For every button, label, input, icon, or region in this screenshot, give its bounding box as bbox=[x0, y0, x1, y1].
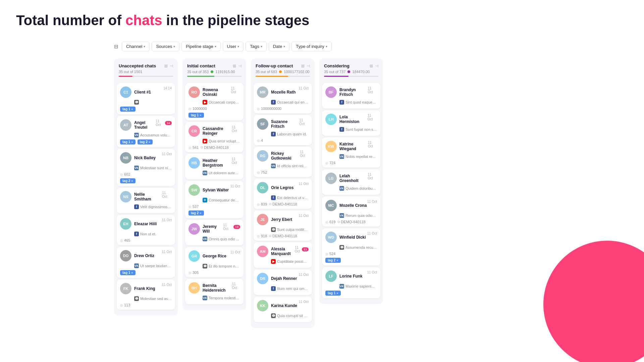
avatar: NB bbox=[120, 152, 131, 164]
num-icon: ◎ bbox=[189, 146, 192, 149]
card-sw[interactable]: SW Sylvan Walter 11 Oct ✈ Consequatur de… bbox=[185, 181, 244, 218]
card-name: Bernita Heidenreich bbox=[203, 283, 232, 293]
card-ol[interactable]: OL Orie Legros 11 Oct f Est delectus ut … bbox=[254, 179, 312, 209]
progress-bar bbox=[187, 76, 241, 77]
card-preview: Molestiae sed asperior... bbox=[140, 297, 172, 301]
grid-icon[interactable]: ⊞ bbox=[370, 64, 373, 68]
card-je[interactable]: JE Jerry Ebert 11 Oct 💬 Sunt culpa molli… bbox=[254, 210, 312, 241]
card-lf[interactable]: LF Lorine Funk 11 Oct VK Maxime sapiente… bbox=[322, 267, 380, 298]
source-icon: f bbox=[339, 100, 344, 105]
card-source-row: f Laborum quam id. bbox=[271, 132, 309, 136]
columns-container: Unaccepted chats ⊞ ⊣ 35 out of 1501 C1 C… bbox=[0, 59, 644, 328]
filter-btn-user[interactable]: User▾ bbox=[223, 42, 244, 51]
card-label: ⧉DEMO-840118 bbox=[337, 220, 365, 224]
card-nb[interactable]: NB Nick Bailey 11 Oct VK Molestiae sunt … bbox=[117, 149, 175, 186]
card-preview: Sunt culpa mollitia no... bbox=[277, 228, 309, 232]
card-date: 11 Oct bbox=[299, 118, 309, 126]
card-bf[interactable]: BF Brandyn Fritsch 11 Oct f Sint quod ea… bbox=[322, 83, 380, 109]
filter-btn-tags[interactable]: Tags▾ bbox=[246, 42, 266, 51]
card-preview: Maxime sapiente velit... bbox=[345, 284, 377, 288]
card-nums: ◎537 bbox=[189, 204, 240, 208]
card-preview: Sint quod eaque praes... bbox=[345, 100, 377, 104]
card-header: AM Alessia Marquardt 11 Oct 11 bbox=[257, 246, 309, 257]
card-hb[interactable]: HB Heather Bergstrom 11 Oct VK Ut dolore… bbox=[185, 154, 244, 179]
card-fk[interactable]: FK Frank King 11 Oct 💬 Molestiae sed asp… bbox=[117, 280, 175, 310]
tag-close[interactable]: × bbox=[336, 259, 338, 262]
card-nums: ◎541⧉DEMO-840118 bbox=[189, 145, 240, 149]
filter-btn-channel[interactable]: Channel▾ bbox=[122, 42, 150, 51]
progress-fill bbox=[256, 76, 288, 77]
card-gr[interactable]: GR George Rice 11 Oct 💬 Et illo tempore … bbox=[185, 247, 244, 277]
filter-btn-date[interactable]: Date▾ bbox=[269, 42, 289, 51]
card-lg[interactable]: LG Lelah Greenholt 11 Oct VK Quidem dolo… bbox=[322, 169, 380, 195]
card-left: RO Rowena Osinski bbox=[189, 86, 231, 98]
card-left: AT Angel Treutel bbox=[120, 119, 156, 131]
card-rg[interactable]: RG Rickey Gutkowski 11 Oct VK Id officia… bbox=[254, 147, 312, 177]
page-title: Total number of chats in the pipeline st… bbox=[0, 0, 644, 36]
tag-close[interactable]: × bbox=[131, 108, 133, 111]
tag-close[interactable]: × bbox=[336, 292, 338, 295]
source-icon: 💬 bbox=[203, 264, 207, 268]
card-number: ◎465 bbox=[120, 238, 130, 242]
card-preview: Quidem doloribus mol... bbox=[345, 186, 377, 190]
card-kk[interactable]: KK Karina Kunde 11 Oct 💬 Quia corrupti s… bbox=[254, 297, 312, 322]
card-tags: tag 2 × bbox=[325, 258, 377, 263]
tag-close[interactable]: × bbox=[131, 140, 133, 144]
filter-btn-pipeline-stage[interactable]: Pipeline stage▾ bbox=[181, 42, 221, 51]
card-left: MC Mozelle Crona bbox=[325, 200, 367, 211]
card-do[interactable]: DO Drew Ortiz 11 Oct VK Ut saepe laudant… bbox=[117, 247, 175, 278]
card-left: JW Jeremy Will bbox=[189, 223, 223, 235]
filter-btn-sources[interactable]: Sources▾ bbox=[152, 42, 179, 51]
card-am[interactable]: AM Alessia Marquardt 11 Oct 11 ▶ Cupidit… bbox=[254, 242, 312, 268]
avatar: BF bbox=[325, 86, 337, 98]
card-ro[interactable]: RO Rowena Osinski 11 Oct ▶ Occaecati cor… bbox=[185, 83, 244, 120]
collapse-icon[interactable]: ⊣ bbox=[375, 64, 378, 68]
card-name: Frank King bbox=[134, 286, 155, 291]
card-bh[interactable]: BH Bernita Heidenreich 11 Oct VK Tempora… bbox=[185, 279, 244, 304]
avatar: RO bbox=[189, 86, 200, 98]
tag-close[interactable]: × bbox=[131, 271, 133, 275]
collapse-icon[interactable]: ⊣ bbox=[170, 64, 173, 68]
card-source-row: VK Rerum quia odio archi... bbox=[339, 213, 377, 218]
avatar: FK bbox=[120, 283, 131, 294]
card-sf[interactable]: SF Suzanne Fritsch 11 Oct f Laborum quam… bbox=[254, 115, 312, 145]
card-cr[interactable]: CR Cassandre Reinger 11 Oct ▶ Quia error… bbox=[185, 122, 244, 152]
collapse-icon[interactable]: ⊣ bbox=[238, 64, 241, 68]
card-mr[interactable]: MR Mozelle Rath 11 Oct f Occaecati qui e… bbox=[254, 83, 312, 113]
grid-icon[interactable]: ⊞ bbox=[233, 64, 236, 68]
card-tags: tag 2 × bbox=[120, 178, 172, 183]
card-jw[interactable]: JW Jeremy Will 11 Oct 13 VK Omnis quis o… bbox=[185, 220, 244, 245]
card-date: 11 Oct bbox=[300, 150, 309, 158]
tag-close[interactable]: × bbox=[149, 140, 150, 144]
collapse-icon[interactable]: ⊣ bbox=[307, 64, 310, 68]
card-ns[interactable]: NS Nellie Smitham 11 Oct f Velit digniss… bbox=[117, 188, 175, 213]
card-c1[interactable]: C1 Client #1 14:14 💬 tag 1 × bbox=[117, 83, 175, 114]
card-date: 11 Oct bbox=[162, 191, 172, 198]
card-source-row: 💬 Et illo tempore nesciu... bbox=[203, 264, 240, 268]
card-source-row: VK Tempora molestiae na... bbox=[203, 296, 240, 300]
grid-icon[interactable]: ⊞ bbox=[164, 64, 168, 68]
card-left: HB Heather Bergstrom bbox=[189, 157, 232, 169]
tag-close[interactable]: × bbox=[200, 114, 201, 117]
tag-close[interactable]: × bbox=[200, 212, 201, 215]
source-icon: f bbox=[134, 204, 139, 209]
card-wd[interactable]: WD Winfield Dicki 11 Oct 💬 Assumenda rec… bbox=[322, 228, 380, 265]
meta-dot bbox=[347, 70, 350, 73]
avatar: SW bbox=[189, 184, 200, 196]
card-mc[interactable]: MC Mozelle Crona 11 Oct VK Rerum quia od… bbox=[322, 196, 380, 227]
card-source-row: VK Molestiae sunt nihil illo... bbox=[134, 166, 172, 170]
card-kw[interactable]: KW Katrine Wiegand 11 Oct VK Nobis repel… bbox=[322, 137, 380, 168]
card-left: JE Jerry Ebert bbox=[257, 214, 292, 225]
card-source-row: VK Ut saepe laudantium e... bbox=[134, 263, 172, 268]
card-dr[interactable]: DR Dejah Renner 11 Oct f Illum rem qui o… bbox=[254, 269, 312, 295]
card-at[interactable]: AT Angel Treutel 11 Oct 14 VK Accusamus … bbox=[117, 116, 175, 147]
card-left: DR Dejah Renner bbox=[257, 273, 297, 284]
card-preview: Occaecati corporis sit. bbox=[209, 100, 240, 104]
num-icon: ◎ bbox=[257, 234, 260, 238]
grid-icon[interactable]: ⊞ bbox=[301, 64, 305, 68]
tag-close[interactable]: × bbox=[131, 179, 133, 183]
avatar: KK bbox=[257, 300, 268, 311]
card-eh[interactable]: EH Eleazar Hiili 11 Oct f Non ut et. ◎46… bbox=[117, 215, 175, 245]
filter-btn-type-of-inquiry[interactable]: Type of inquiry▾ bbox=[291, 42, 332, 51]
card-lh[interactable]: LH Lola Hermiston 11 Oct f Sunt fugiat n… bbox=[322, 110, 380, 136]
